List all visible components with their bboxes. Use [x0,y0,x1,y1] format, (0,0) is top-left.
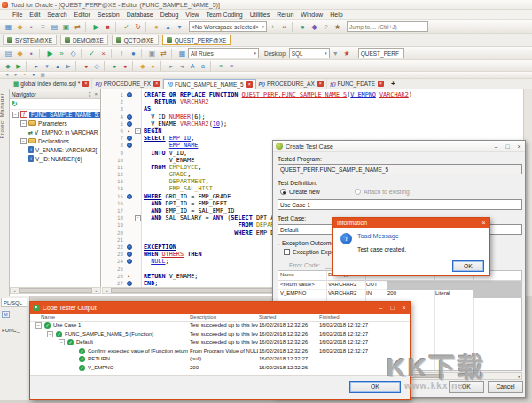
document-tab-procedure-ax[interactable]: P()PROCEDURE_AX× [256,79,327,89]
scrollbar-thumb[interactable] [19,288,92,293]
expander-icon[interactable]: − [12,112,19,118]
commit-tx-icon[interactable]: ✓ [86,48,98,59]
current-schema-box[interactable]: QUEST_PERF [358,48,404,58]
execute-debug-icon[interactable]: ▶ [13,61,24,71]
maximize-icon[interactable]: □ [502,143,513,150]
open-file-icon[interactable]: ◆ [14,21,26,33]
outdent-icon[interactable]: ◂ [176,61,187,71]
column-header-finished[interactable]: Finished [319,314,340,320]
close-icon[interactable]: × [398,305,410,311]
menu-editor[interactable]: Editor [74,12,90,18]
step-over-icon[interactable]: ▸ [31,61,42,71]
menu-help[interactable]: Help [330,12,342,18]
navigator-item-v-empno-in-varchar[interactable]: ⇄V_EMPNO: in VARCHAR [10,128,100,136]
information-titlebar[interactable]: Information × [333,218,489,228]
rollback-icon[interactable]: ↻ [132,21,144,33]
save-file-icon[interactable]: ▪ [26,21,37,33]
create-test-case-titlebar[interactable]: Create Test Case – □ × [273,141,525,152]
new-connection-icon[interactable]: ▦ [3,21,14,33]
desktop-dropdown[interactable]: SQL ▾ [289,48,330,58]
compile-icon[interactable]: ◆ [3,61,13,71]
desktop-manage-icon[interactable]: ★ [341,48,353,59]
result-row-default[interactable]: −✓DefaultTest succeeded up to this level… [30,338,410,347]
debug-bug-red-icon[interactable]: ● [120,61,130,71]
plsql-results-tab[interactable]: PL/SQL [1,298,27,307]
ok-button[interactable]: OK [349,381,401,393]
workspace-add-icon[interactable]: + [267,21,278,33]
document-tab-procedure-fx[interactable]: P()PROCEDURE_FX× [92,79,163,89]
result-row-confirm-expected-value-of-function-return-value[interactable]: ✓Confirm expected value of [Function ret… [30,347,410,356]
code-line-4[interactable]: 4 V_ID NUMBER(6); [102,113,517,120]
find-text-icon[interactable]: ◆ [137,61,148,71]
commit-icon[interactable]: ✓ [121,21,132,33]
navigator-item-func-sample-name-5-varc[interactable]: −ƒFUNC_SAMPLE_NAME_5: VARC [10,110,100,119]
cancel-button[interactable]: Cancel [488,381,523,393]
refactor-icon[interactable]: ⇄ [158,48,169,59]
use-case-field[interactable]: Use Case 1 [278,199,522,210]
workspace-dropdown[interactable]: <No Workspace selected> ▾ [189,21,267,32]
column-header-started[interactable]: Started [259,314,276,320]
execute-statement-icon[interactable]: ▶ [44,48,56,59]
print-icon[interactable]: ≡ [37,21,49,33]
scroll-left-icon[interactable]: ◂ [11,288,18,293]
navigator-horizontal-scrollbar[interactable]: ◂ ▸ [10,287,101,294]
apps-icon[interactable]: ● [297,21,309,33]
document-tab-func-sample-name-5[interactable]: ƒ()FUNC_SAMPLE_NAME_5× [163,79,255,89]
navigator-item-declarations[interactable]: −Declarations [10,136,100,145]
close-icon[interactable]: × [317,81,324,87]
prev-bookmark-icon[interactable]: ◂ [3,72,12,78]
step-out-icon[interactable]: ▴ [52,61,63,71]
param-row-v-empno[interactable]: V_EMPNOVARCHAR2IN200Literal [278,290,521,298]
menu-edit[interactable]: Edit [29,12,40,18]
execute-icon[interactable]: ▶ [90,21,102,33]
project-manager-tab[interactable]: Project Manager [0,93,8,139]
maximize-icon[interactable]: □ [387,305,398,311]
code-analysis-rules-dropdown[interactable]: All Rules ▾ [188,48,259,58]
close-icon[interactable]: × [513,143,525,150]
bookmark-icon[interactable]: ▪ [20,72,29,78]
menu-team-coding[interactable]: Team Coding [206,12,242,18]
editor-save-icon[interactable]: ▪ [26,48,37,59]
editor-new-icon[interactable]: ▤ [3,48,14,59]
expander-icon[interactable]: − [47,331,53,337]
find-object-icon[interactable]: ● [128,48,139,59]
find-next-icon[interactable]: ▸ [148,61,159,71]
options-icon[interactable]: ★ [332,21,343,33]
lowercase-icon[interactable]: a [198,61,208,71]
comment-block-icon[interactable]: ≡ [215,61,226,71]
split-view-icon[interactable]: ▦ [38,72,47,78]
explain-plan-icon[interactable]: ◇ [67,48,79,59]
column-header-name[interactable]: Name [41,314,55,320]
menu-debug[interactable]: Debug [160,12,179,18]
close-icon[interactable]: × [246,81,253,88]
code-tester-results-tree[interactable]: −✓Use Case 1Test succeeded up to this le… [30,322,410,372]
check-out-icon[interactable]: ▾ [174,21,185,33]
close-icon[interactable]: × [478,220,489,226]
expander-icon[interactable]: − [20,138,27,144]
new-session-icon[interactable]: ⇄ [72,21,83,33]
result-row-return[interactable]: ✓RETURN(null)16/02/2018 12:32:27 [30,355,410,364]
expander-icon[interactable]: − [35,322,42,329]
sql-editor-icon[interactable]: ▣ [60,21,72,33]
toad-world-icon[interactable]: ◆ [309,21,320,33]
result-row-func-sample-name-5-function[interactable]: −✓FUNC_SAMPLE_NAME_5 (Function)Test succ… [30,330,410,339]
column-header-description[interactable]: Description [190,314,216,320]
tested-program-field[interactable]: QUEST_PERF.FUNC_SAMPLE_NAME_5 [278,164,522,174]
expander-icon[interactable]: − [20,120,27,127]
menu-file[interactable]: File [12,12,22,18]
menu-view[interactable]: View [185,12,199,18]
code-line-5[interactable]: 5 V_ENAME VARCHAR2(10); [102,120,517,128]
format-code-icon[interactable]: ≡ [226,61,237,71]
execute-script-icon[interactable]: » [56,48,67,59]
code-analysis-icon[interactable]: ▦ [176,48,188,59]
scroll-left-icon[interactable]: ◂ [103,288,110,293]
connection-tab-qcto-xe[interactable]: QCTO@XE [112,35,159,45]
code-tester-titlebar[interactable]: Code Tester Output – □ × [30,302,410,314]
describe-icon[interactable]: ! [116,48,128,59]
ok-button[interactable]: OK [449,381,484,393]
halt-icon[interactable]: ■ [102,21,113,33]
step-into-icon[interactable]: ▾ [42,61,52,71]
connection-tab-system-xe[interactable]: SYSTEM@XE [3,35,57,45]
ok-button[interactable]: OK [452,260,484,272]
connection-tab-quest-perf-xe[interactable]: QUEST_PERF@XE [162,35,231,45]
